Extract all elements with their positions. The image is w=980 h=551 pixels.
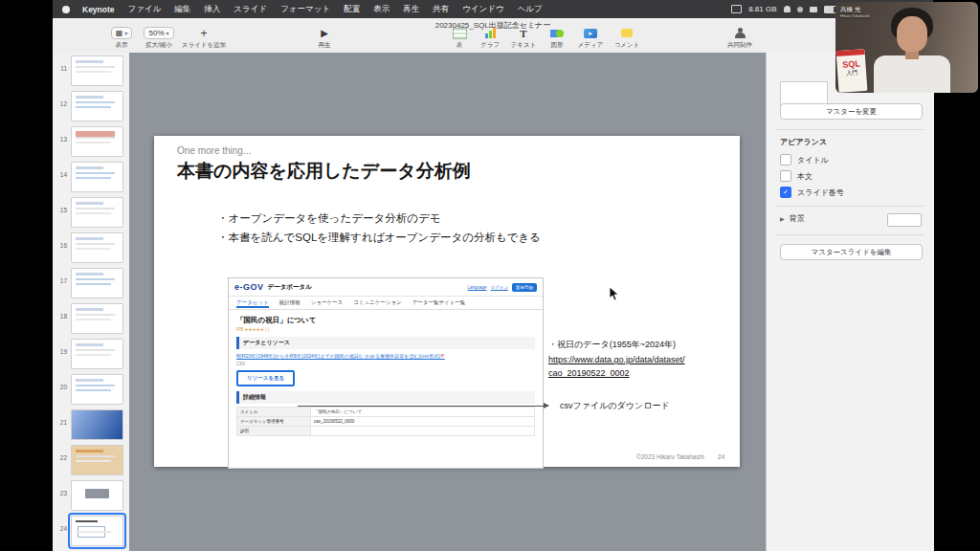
slide-title: 本書の内容を応用したデータ分析例 [177,159,471,184]
text-icon: T [520,28,526,39]
egov-login-link: ログイン [491,285,508,290]
slide-thumbnail-11[interactable]: 11 [53,53,129,88]
insert-media-button[interactable]: ▸ メディア [573,26,608,50]
change-master-button[interactable]: マスターを変更 [780,103,923,120]
sql-book-cover: SQL 入門 [836,49,868,93]
menu-share[interactable]: 共有 [426,4,456,15]
menu-view[interactable]: 表示 [367,4,396,15]
egov-nav: データセット 統計情報 ショーケース コミュニケーション データ一覧サイト一覧 [229,297,543,310]
slide-bullets: ・オープンデータを使ったデータ分析のデモ ・本書を読んでSQLを理解すればオープ… [217,209,541,247]
egov-language-link: Language [468,285,487,290]
title-checkbox-row[interactable]: タイトル [780,154,829,165]
apple-menu-icon[interactable] [62,6,70,13]
egov-resource-button-highlighted: リソースを見る [236,370,295,386]
person-icon [734,28,746,38]
slide-thumbnail-18[interactable]: 18 [53,300,129,336]
egov-rating: IPB ★★★★★ (-) [236,327,535,332]
menu-help[interactable]: ヘルプ [511,4,549,15]
menu-file[interactable]: ファイル [122,4,168,15]
presenter-shirt [874,55,950,93]
background-color-well[interactable] [887,213,922,227]
egov-nav-stats: 統計情報 [279,299,301,306]
presenter-face [897,16,927,52]
presenter-subname: Hikaru Takahashi [840,13,870,18]
add-slide-button[interactable]: + スライドを追加 [181,26,227,50]
menu-play[interactable]: 再生 [396,4,426,15]
format-inspector: 受日 マスターを変更 アピアランス タイトル 本文 スライド番号 ▶ 背景 マス… [766,53,934,551]
menu-bar: Keynote ファイル 編集 挿入 スライド フォーマット 配置 表示 再生 … [53,0,933,18]
required-mark: ※ [440,353,445,359]
play-icon: ▶ [309,26,340,40]
annotation-arrow [298,406,548,407]
bullet-2: ・本書を読んでSQLを理解すればオープンデータの分析もできる [217,228,541,247]
bullet-1: ・オープンデータを使ったデータ分析のデモ [217,209,541,228]
slide-thumbnail-23[interactable]: 23 [53,477,129,513]
egov-logo: e-GOV [234,282,264,292]
slide-thumbnail-12[interactable]: 12 [53,88,129,123]
insert-table-button[interactable]: 表 [445,26,474,50]
current-slide[interactable]: One more thing... 本書の内容を応用したデータ分析例 ・オープン… [154,136,740,467]
title-checkbox[interactable] [780,154,791,165]
background-row[interactable]: ▶ 背景 [780,213,805,224]
slide-thumbnail-20[interactable]: 20 [53,371,129,407]
slide-page-number: 24 [718,453,724,460]
menu-edit[interactable]: 編集 [167,4,197,15]
holiday-data-note: ・祝日のデータ(1955年~2024年) [548,339,676,351]
chart-icon [485,28,496,38]
slide-thumbnail-14[interactable]: 14 [53,159,129,194]
egov-dataset-link: 昭和23年(1948年)から令和6年(2024年)までの国民の祝日(いわゆる振替… [236,353,535,360]
menu-arrange[interactable]: 配置 [337,4,367,15]
egov-portal-label: データポータル [268,283,312,292]
egov-nav-dataset: データセット [236,299,269,306]
record-icon[interactable] [797,7,803,12]
slide-thumbnail-15[interactable]: 15 [53,194,129,230]
table-icon [453,28,467,39]
shape-icon [543,26,571,40]
slide-number-checkbox-row[interactable]: スライド番号 [780,187,844,198]
disclosure-triangle-icon[interactable]: ▶ [780,215,785,222]
screen: Keynote ファイル 編集 挿入 スライド フォーマット 配置 表示 再生 … [0,0,980,551]
body-checkbox-row[interactable]: 本文 [780,170,813,182]
menu-window[interactable]: ウインドウ [456,4,511,15]
table-row: データセット管理番号cao_20190522_0000 [237,417,535,427]
zoom-control[interactable]: 50%▾ 拡大/縮小 [141,26,177,50]
csv-download-note: csvファイルのダウンロード [560,400,670,412]
keynote-toolbar: 20230425_SQL出版記念セミナー ▦▾ 表示 50%▾ 拡大/縮小 + … [53,18,933,54]
slide-thumbnail-13[interactable]: 13 [53,123,129,159]
table-row: タイトル「国民の祝日」について [237,408,535,417]
menu-slide[interactable]: スライド [227,4,274,15]
comment-icon [621,29,633,37]
egov-screenshot: e-GOV データポータル Language ログイン 新規登録 データセット … [228,277,544,469]
insert-text-button[interactable]: T テキスト [506,26,541,50]
app-menu[interactable]: Keynote [76,5,122,14]
insert-comment-button[interactable]: コメント [610,26,644,50]
insert-shape-button[interactable]: 図形 [543,26,571,50]
insert-chart-button[interactable]: グラフ [476,26,504,50]
egov-csv-tag: CSV [236,362,535,366]
play-button[interactable]: ▶ 再生 [309,26,340,50]
collaborate-button[interactable]: 共同制作 [721,26,759,50]
chevron-down-icon: ▾ [167,30,169,36]
view-button[interactable]: ▦▾ 表示 [106,26,137,50]
slide-thumbnail-22[interactable]: 22 [53,442,129,477]
slide-thumbnail-21[interactable]: 21 [53,407,129,442]
slide-number-checkbox[interactable] [780,187,791,198]
display-icon[interactable] [731,5,742,13]
slide-thumbnail-19[interactable]: 19 [53,336,129,371]
appearance-heading: アピアランス [780,137,827,147]
plus-icon: + [181,26,227,40]
menu-insert[interactable]: 挿入 [197,4,227,15]
edit-master-button[interactable]: マスタースライドを編集 [780,244,923,260]
slide-thumbnail-16[interactable]: 16 [53,230,129,265]
slide-canvas[interactable]: One more thing... 本書の内容を応用したデータ分析例 ・オープン… [129,53,766,551]
body-checkbox[interactable] [780,170,791,182]
notification-icon[interactable] [784,6,791,12]
menu-format[interactable]: フォーマット [274,4,337,15]
slide-thumbnail-24-selected[interactable]: 24 [53,513,129,548]
copyright-text: ©2023 Hikaru Takahashi [636,453,704,460]
egov-page-heading: 「国民の祝日」について [236,316,535,325]
slide-navigator: 11 12 13 14 15 16 17 18 19 20 21 22 23 2… [53,53,130,551]
egov-section-details: 詳細情報 [236,391,535,404]
slide-thumbnail-17[interactable]: 17 [53,265,129,300]
camera-icon[interactable] [810,7,817,12]
